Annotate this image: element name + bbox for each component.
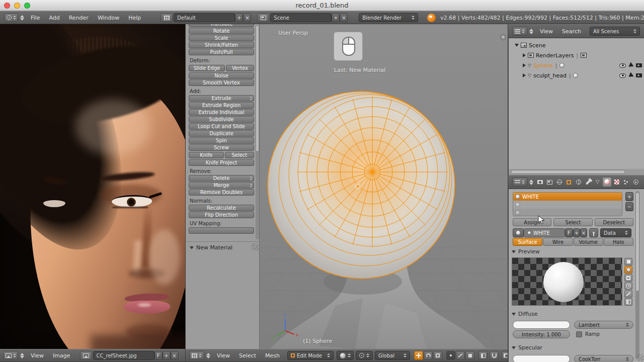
- menu-image[interactable]: Image: [48, 352, 74, 359]
- diffuse-panel-header[interactable]: Diffuse: [512, 311, 538, 317]
- toolshelf-button-rotate[interactable]: Rotate: [189, 28, 254, 34]
- expand-icon[interactable]: [515, 44, 519, 47]
- tab-texture[interactable]: [612, 177, 621, 187]
- menu-window[interactable]: Window: [93, 15, 124, 21]
- preview-panel-header[interactable]: Preview: [512, 248, 540, 255]
- menu-help[interactable]: Help: [124, 15, 145, 21]
- layout-add-button[interactable]: +: [235, 13, 243, 22]
- scene-add-button[interactable]: +: [332, 13, 340, 22]
- tab-material[interactable]: [602, 177, 612, 187]
- menu-view[interactable]: View: [535, 28, 557, 35]
- specular-color-field[interactable]: [513, 355, 570, 362]
- toolshelf-button-noise[interactable]: Noise: [189, 72, 254, 79]
- editor-type-button[interactable]: i: [4, 13, 18, 22]
- expand-icon[interactable]: [523, 73, 526, 77]
- editor-type-button[interactable]: [3, 351, 18, 360]
- toolshelf-button-duplicate[interactable]: Duplicate: [189, 130, 254, 137]
- editor-type-button[interactable]: [512, 177, 527, 187]
- region-divider[interactable]: [508, 24, 508, 362]
- properties-scrollbar[interactable]: [635, 191, 639, 359]
- operator-redo-panel[interactable]: New Material: [186, 241, 260, 253]
- outliner-scope-dropdown[interactable]: All Scenes: [590, 27, 640, 36]
- header-collapse-icon[interactable]: [206, 353, 210, 358]
- toolshelf-button-shrink-fatten[interactable]: Shrink/Fatten: [189, 42, 254, 48]
- menu-mesh[interactable]: Mesh: [261, 352, 284, 359]
- toolshelf-button-extrude[interactable]: Extrude: [189, 95, 254, 102]
- menu-add[interactable]: Add: [44, 15, 64, 21]
- toolshelf-button-remove-doubles[interactable]: Remove Doubles: [189, 189, 254, 196]
- renderable-camera-icon[interactable]: [636, 73, 642, 77]
- toolshelf-button-spin[interactable]: Spin: [189, 137, 254, 144]
- outliner-hscrollbar-thumb[interactable]: [511, 170, 625, 174]
- outliner-row-sculpt-head[interactable]: ▽ sculpt_head |: [509, 70, 644, 80]
- toolshelf-button-subdivide[interactable]: Subdivide: [189, 116, 254, 123]
- scene-delete-button[interactable]: ×: [340, 13, 348, 22]
- region-expand-icon[interactable]: +: [500, 34, 506, 40]
- select-button[interactable]: Select: [553, 218, 592, 226]
- sphere-pole-vertex[interactable]: [371, 170, 374, 173]
- material-fake-user-button[interactable]: F: [565, 228, 573, 237]
- render-mode-surface-button[interactable]: Surface: [513, 238, 542, 246]
- material-slot[interactable]: [513, 209, 622, 216]
- header-collapse-icon[interactable]: [20, 15, 24, 21]
- outliner-hscrollbar[interactable]: [508, 169, 644, 175]
- preview-flat-button[interactable]: [624, 258, 632, 265]
- manipulator-translate-toggle[interactable]: [414, 351, 423, 360]
- tab-object-data[interactable]: ▽: [593, 177, 602, 187]
- diffuse-shader-dropdown[interactable]: Lambert: [574, 321, 633, 329]
- material-slot[interactable]: [513, 201, 622, 209]
- toolshelf-button-partial[interactable]: [189, 227, 254, 234]
- preview-world-button[interactable]: [624, 298, 632, 306]
- editor-type-button[interactable]: [189, 351, 204, 360]
- visibility-eye-icon[interactable]: [619, 63, 626, 68]
- image-fake-user-button[interactable]: F: [154, 351, 163, 360]
- tab-modifiers[interactable]: [583, 177, 593, 187]
- toolshelf-button-vertex-slide[interactable]: Vertex: [226, 65, 254, 71]
- region-divider[interactable]: [185, 24, 186, 362]
- tab-object[interactable]: [564, 177, 574, 187]
- preview-hair-button[interactable]: [624, 290, 632, 298]
- layout-name-field[interactable]: Default: [174, 13, 235, 22]
- panel-resize-grip[interactable]: [252, 243, 259, 250]
- toolshelf-button-flip-direction[interactable]: Flip Direction: [189, 212, 254, 218]
- toolshelf-button-knife-project[interactable]: Knife Project: [189, 159, 254, 166]
- image-unlink-button[interactable]: ×: [171, 351, 179, 360]
- corner-resize-grip[interactable]: [636, 354, 643, 361]
- visibility-eye-icon[interactable]: [619, 73, 626, 78]
- scene-name-field[interactable]: Scene: [270, 13, 332, 22]
- header-collapse-icon[interactable]: [529, 29, 533, 34]
- snap-toggle[interactable]: [490, 351, 499, 360]
- toolshelf-button-delete[interactable]: Delete: [189, 175, 254, 182]
- toolshelf-button-screw[interactable]: Screw: [189, 144, 254, 151]
- renderable-camera-icon[interactable]: [636, 63, 642, 67]
- deselect-button[interactable]: Deselect: [595, 218, 633, 226]
- material-slot-selected[interactable]: WHITE: [513, 193, 622, 201]
- tab-scene[interactable]: [545, 177, 554, 187]
- menu-search[interactable]: Search: [557, 28, 586, 35]
- toolshelf-button-slide-edge[interactable]: Slide Edge: [189, 65, 225, 71]
- toolshelf-button-scale[interactable]: Scale: [189, 35, 254, 41]
- tab-world[interactable]: [554, 177, 564, 187]
- material-link-dropdown[interactable]: Data: [600, 228, 631, 237]
- image-browse-button[interactable]: [80, 351, 92, 360]
- render-mode-halo-button[interactable]: Halo: [604, 238, 633, 246]
- toolshelf-button-push-pull[interactable]: Push/Pull: [189, 49, 254, 55]
- edge-select-mode-button[interactable]: [456, 351, 465, 360]
- diffuse-intensity-slider[interactable]: Intensity: 1.000: [513, 330, 570, 338]
- pivot-dropdown[interactable]: [356, 351, 373, 360]
- render-mode-volume-button[interactable]: Volume: [574, 238, 603, 246]
- vertex-select-mode-button[interactable]: [446, 351, 455, 360]
- tab-physics[interactable]: [631, 177, 640, 187]
- layout-browse-button[interactable]: [160, 13, 173, 22]
- toolshelf-button-knife-select[interactable]: Select: [225, 152, 254, 158]
- image-name-field[interactable]: CC_refSheet.jpg: [93, 351, 154, 360]
- preview-monkey-button[interactable]: [624, 282, 632, 290]
- viewport-3d[interactable]: z x y User Persp Last: New Material (1) …: [260, 24, 508, 349]
- toolshelf-button-translate[interactable]: Translate: [189, 24, 254, 27]
- toolshelf-button-extrude-individual[interactable]: Extrude Individual: [189, 109, 254, 116]
- ramp-checkbox[interactable]: [576, 331, 582, 337]
- menu-view[interactable]: View: [26, 352, 48, 359]
- layout-delete-button[interactable]: ×: [243, 13, 251, 22]
- selectable-arrow-icon[interactable]: [628, 62, 634, 69]
- toolshelf-button-merge[interactable]: Merge: [189, 182, 254, 189]
